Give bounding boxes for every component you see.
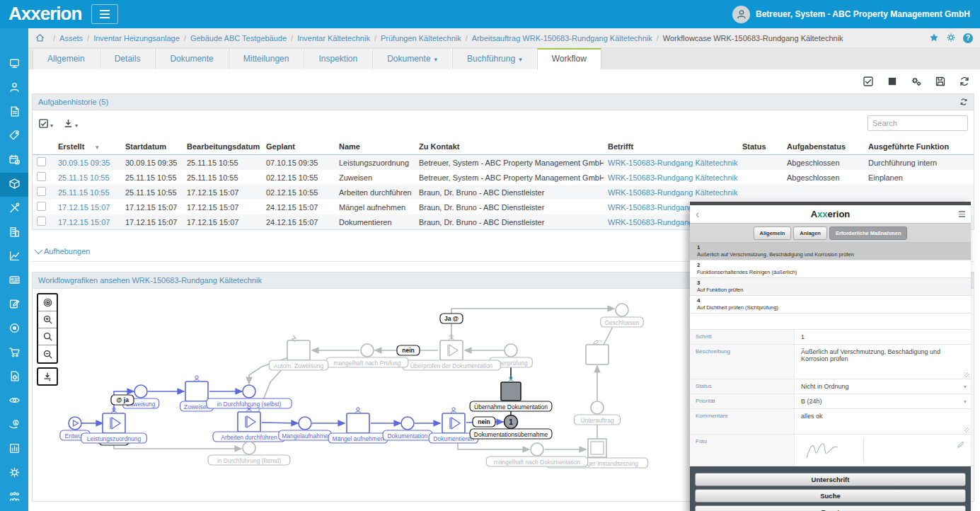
search-input[interactable] <box>867 115 968 131</box>
status-select[interactable]: Nicht in Ordnung <box>801 383 849 390</box>
row-checkbox[interactable] <box>37 217 46 226</box>
breadcrumb-link[interactable]: Gebäude ABC Testgebäude <box>190 34 287 42</box>
column-header[interactable]: Zu Kontakt <box>415 132 604 155</box>
sidebar-item-monitor[interactable] <box>0 52 28 76</box>
column-header[interactable]: Ausgeführte Funktion <box>864 132 974 155</box>
tab-mitteilungen[interactable]: Mitteilungen <box>229 49 304 69</box>
sidebar-item-tools[interactable] <box>0 197 28 221</box>
sidebar-item-tags[interactable] <box>0 125 28 149</box>
betrifft-link[interactable]: WRK-150683-Rundgang Kältetechnik <box>608 173 737 182</box>
row-checkbox[interactable] <box>37 187 46 196</box>
created-date-link[interactable]: 25.11.15 10:55 <box>58 173 110 182</box>
tab-inspektion[interactable]: Inspektion <box>304 49 372 69</box>
created-date-link[interactable]: 17.12.15 15:07 <box>58 218 110 226</box>
sidebar-item-id-card[interactable] <box>0 269 28 293</box>
measure-list-item[interactable]: 4Auf Dichtheit prüfen (Sichtprüfung) <box>690 296 971 314</box>
popup-tab-allgemein[interactable]: Allgemein <box>754 226 792 240</box>
photo-thumbnail[interactable] <box>801 438 864 462</box>
row-checkbox[interactable] <box>37 172 46 181</box>
breadcrumb-link[interactable]: Arbeitsauftrag WRK-150683-Rundgang Kälte… <box>472 34 652 42</box>
table-row[interactable]: 30.09.15 09:3530.09.15 09:3525.11.15 10:… <box>33 155 974 171</box>
settings-gear-icon[interactable] <box>946 33 956 44</box>
breadcrumb-link[interactable]: Inventar Heizungsanlage <box>93 34 180 42</box>
column-header[interactable]: Betrifft <box>604 132 738 155</box>
settings-gears-icon[interactable] <box>911 76 922 87</box>
edit-pencil-icon[interactable] <box>957 440 965 450</box>
column-header[interactable]: Aufgabenstatus <box>783 132 864 155</box>
measure-list-item[interactable]: 1Äußerlich auf Verschmutzung, Beschädigu… <box>690 243 971 260</box>
column-header[interactable]: Erstellt▼ <box>54 132 121 155</box>
resize-handle-icon[interactable] <box>964 372 969 377</box>
download-button[interactable]: ▾ <box>63 118 78 129</box>
popup-tab-erforderliche-ma-nahmen[interactable]: Erforderliche Maßnahmen <box>829 226 908 240</box>
beschreibung-textarea[interactable]: Äußerlich auf Verschmutzung, Beschädigun… <box>801 348 940 362</box>
row-checkbox[interactable] <box>37 157 46 166</box>
sidebar-item-file-gear[interactable] <box>0 365 28 389</box>
column-header[interactable]: Startdatum <box>121 132 183 155</box>
measure-list-item[interactable]: 2Funktionserhaltendes Reinigen (äußerlic… <box>690 260 971 278</box>
betrifft-link[interactable]: WRK-150683-Rundgang Kältetechnik <box>608 159 737 167</box>
sidebar-item-disc[interactable] <box>0 317 28 341</box>
table-row[interactable]: 25.11.15 10:5525.11.15 10:5517.12.15 15:… <box>33 185 974 200</box>
priorität-select[interactable]: B (24h) <box>801 398 822 405</box>
created-date-link[interactable]: 17.12.15 15:07 <box>58 203 110 212</box>
hamburger-menu-button[interactable] <box>91 4 118 24</box>
breadcrumb-link[interactable]: Assets <box>59 34 83 42</box>
select-rows-button[interactable]: ▾ <box>38 118 53 129</box>
created-date-link[interactable]: 25.11.15 10:55 <box>58 188 110 197</box>
refresh-icon[interactable] <box>959 76 970 87</box>
tab-details[interactable]: Details <box>100 49 156 69</box>
tab-dokumente[interactable]: Dokumente <box>155 49 228 69</box>
betrifft-link[interactable]: WRK-150683-Rundgang Kältetechnik <box>608 188 737 197</box>
zoom-in-button[interactable] <box>38 311 57 328</box>
resize-handle-icon[interactable] <box>964 427 969 432</box>
sidebar-item-gear[interactable] <box>0 461 28 486</box>
sidebar-item-note-edit[interactable] <box>0 293 28 317</box>
tab-allgemein[interactable]: Allgemein <box>33 49 100 69</box>
zoom-select-button[interactable] <box>38 328 57 345</box>
home-icon[interactable] <box>35 33 45 42</box>
zoom-out-button[interactable] <box>38 345 57 362</box>
user-avatar[interactable] <box>732 6 750 23</box>
created-date-link[interactable]: 30.09.15 09:35 <box>58 159 110 167</box>
sidebar-item-building[interactable] <box>0 221 28 245</box>
tab-workflow[interactable]: Workflow <box>537 48 601 69</box>
sidebar-item-money[interactable] <box>0 413 28 437</box>
sidebar-item-calendar-clock[interactable] <box>0 149 28 173</box>
column-header[interactable]: Name <box>335 132 415 155</box>
row-checkbox[interactable] <box>37 202 46 211</box>
sidebar-item-chart-box[interactable] <box>0 437 28 461</box>
measure-list-item[interactable]: 3Auf Funktion prüfen <box>690 278 971 296</box>
tab-dokumente[interactable]: Dokumente▾ <box>372 49 452 69</box>
favorite-star-icon[interactable] <box>929 33 939 44</box>
schritt-field[interactable]: 1 <box>801 333 805 340</box>
sidebar-item-cube[interactable] <box>0 173 28 197</box>
diagram-download-button[interactable] <box>37 367 58 386</box>
sidebar-item-people[interactable] <box>0 486 28 510</box>
select-check-icon[interactable] <box>863 76 874 87</box>
zoom-reset-button[interactable] <box>38 294 57 311</box>
breadcrumb-link[interactable]: Inventar Kältetechnik <box>297 34 370 42</box>
unterschrift-button[interactable]: Unterschrift <box>695 473 966 486</box>
reset-button[interactable]: Reset <box>695 505 966 511</box>
tab-buchf-hrung[interactable]: Buchführung▾ <box>452 49 537 69</box>
save-icon[interactable] <box>935 76 946 87</box>
stop-square-icon[interactable] <box>887 76 898 87</box>
sidebar-item-eye[interactable] <box>0 389 28 413</box>
column-header[interactable]: Bearbeitungsdatum <box>183 132 262 155</box>
kommentare-textarea[interactable]: alles ok <box>801 413 823 420</box>
column-header[interactable]: Geplant <box>262 132 335 155</box>
help-icon[interactable]: ? <box>963 33 973 43</box>
suche-button[interactable]: Suche <box>695 489 966 503</box>
workflow-diagram[interactable]: @ neinEntwurfLeistungszuordnungZuweisung… <box>33 289 691 492</box>
sidebar-item-chart-line[interactable] <box>0 245 28 269</box>
sidebar-item-user[interactable] <box>0 76 28 101</box>
sidebar-item-document[interactable] <box>0 101 28 125</box>
popup-tab-anlagen[interactable]: Anlagen <box>793 226 827 240</box>
refresh-icon[interactable] <box>959 98 968 106</box>
table-row[interactable]: 25.11.15 10:5525.11.15 10:5525.11.15 10:… <box>33 170 974 185</box>
column-header[interactable]: Status <box>738 132 783 155</box>
breadcrumb-link[interactable]: Prüfungen Kältetechnik <box>381 34 461 42</box>
aufhebungen-toggle[interactable]: Aufhebungen <box>35 247 90 256</box>
sidebar-item-cart[interactable] <box>0 341 28 365</box>
